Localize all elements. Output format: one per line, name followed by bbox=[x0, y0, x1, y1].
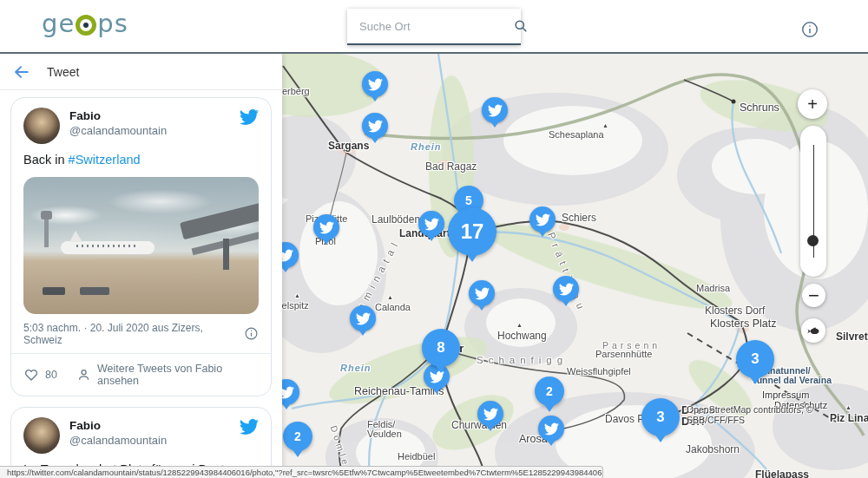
cluster-marker[interactable]: 2 bbox=[535, 377, 564, 406]
search-icon[interactable] bbox=[512, 17, 529, 35]
more-tweets-link[interactable]: Weitere Tweets von Fabio ansehen bbox=[76, 363, 259, 387]
cluster-marker[interactable]: 3 bbox=[641, 398, 680, 436]
map-label: Jakobshorn bbox=[686, 443, 740, 455]
map-label: Calanda bbox=[375, 302, 411, 312]
logo-o-dot bbox=[83, 23, 89, 28]
panel-title: Tweet bbox=[47, 65, 79, 79]
map-label: Klosters Dorf bbox=[705, 304, 765, 317]
logo-text-left: ge bbox=[42, 11, 75, 36]
search-input[interactable] bbox=[359, 20, 512, 33]
tweet-map-marker[interactable] bbox=[418, 211, 444, 237]
twitter-bird-icon bbox=[356, 311, 371, 326]
back-arrow-icon bbox=[12, 62, 31, 82]
like-count: 80 bbox=[45, 369, 57, 381]
tweet-card-1[interactable]: Fabio @calandamountain Back in #Switzerl… bbox=[10, 97, 272, 396]
map-copyright: OpenStreetMap contributors, © SBB/CFF/FF… bbox=[687, 404, 868, 425]
map-label: Schiers bbox=[562, 212, 596, 224]
avatar[interactable] bbox=[23, 417, 60, 454]
geops-logo[interactable]: ge ps bbox=[42, 11, 128, 36]
tweet-header: Fabio @calandamountain bbox=[23, 417, 259, 454]
tweet-map-marker[interactable] bbox=[362, 113, 388, 139]
cluster-marker[interactable]: 8 bbox=[422, 329, 460, 367]
tweet-author: Fabio @calandamountain bbox=[69, 108, 240, 138]
info-icon bbox=[800, 20, 819, 39]
tweet-list: Fabio @calandamountain Back in #Switzerl… bbox=[0, 90, 282, 478]
twitter-bird-icon bbox=[536, 213, 550, 227]
back-button[interactable] bbox=[12, 62, 31, 82]
map-label: Klosters Platz bbox=[710, 318, 776, 330]
map-label: Rhein bbox=[411, 141, 442, 152]
cluster-count: 17 bbox=[461, 219, 484, 244]
map-label: ▲ bbox=[602, 122, 608, 128]
tweet-actions: 80 Weitere Tweets von Fabio ansehen bbox=[23, 354, 259, 387]
logo-text-right: ps bbox=[97, 11, 128, 36]
map-label: Madrisa bbox=[696, 283, 730, 293]
map-label: ▲ bbox=[387, 294, 393, 300]
cluster-count: 3 bbox=[656, 409, 664, 426]
impressum-link[interactable]: Impressum bbox=[762, 390, 809, 400]
cluster-marker[interactable]: 17 bbox=[448, 207, 496, 256]
twitter-bird-icon bbox=[483, 407, 498, 422]
tweet-author-name[interactable]: Fabio bbox=[69, 419, 240, 434]
tweet-photo-airport[interactable] bbox=[23, 177, 259, 314]
tweet-map-marker[interactable] bbox=[313, 214, 339, 240]
tweet-info-button[interactable] bbox=[244, 326, 259, 341]
tweet-text-plain: Back in bbox=[23, 153, 69, 167]
tweet-map-marker[interactable] bbox=[362, 71, 388, 97]
map-label: Heidbüel bbox=[398, 451, 435, 462]
tweet-author: Fabio @calandamountain bbox=[69, 417, 240, 448]
twitter-bird-icon bbox=[488, 103, 503, 118]
twitter-bird-icon bbox=[319, 220, 334, 235]
zoom-in-button[interactable]: + bbox=[798, 89, 827, 119]
hashtag-link[interactable]: #Switzerland bbox=[69, 153, 141, 167]
map-label: Bad Ragaz bbox=[425, 160, 477, 173]
map-label: ▲ bbox=[294, 292, 300, 298]
twitter-bird-icon bbox=[368, 77, 383, 92]
zoom-slider-thumb[interactable] bbox=[807, 235, 819, 246]
map-label: Rhein bbox=[340, 363, 372, 373]
map-label: Hochwang bbox=[497, 330, 547, 342]
sidebar-header: Tweet bbox=[0, 54, 282, 90]
twitter-bird-icon[interactable] bbox=[240, 108, 259, 127]
jet-bridge-shape bbox=[180, 203, 259, 240]
zoom-slider[interactable] bbox=[800, 126, 826, 277]
fish-layer-button[interactable] bbox=[801, 318, 825, 343]
map-label: Silvretta bbox=[836, 331, 868, 343]
avatar[interactable] bbox=[23, 108, 60, 144]
cluster-count: 8 bbox=[437, 339, 444, 357]
tweet-map-marker[interactable] bbox=[553, 276, 579, 302]
tweet-map-marker[interactable] bbox=[469, 280, 495, 306]
tweet-sidebar: Tweet Fabio @calandamountain Back in #Sw… bbox=[0, 54, 282, 478]
person-icon bbox=[76, 367, 91, 383]
tweet-author-handle[interactable]: @calandamountain bbox=[69, 124, 240, 138]
cluster-count: 2 bbox=[294, 429, 301, 443]
more-tweets-label: Weitere Tweets von Fabio ansehen bbox=[97, 363, 259, 387]
info-button[interactable] bbox=[800, 20, 819, 39]
search-box[interactable] bbox=[347, 9, 521, 45]
map-label: Veulden bbox=[367, 429, 402, 439]
map-label: Schesaplana bbox=[549, 129, 604, 140]
tweet-meta-row: 5:03 nachm. · 20. Juli 2020 aus Zizers, … bbox=[23, 314, 259, 353]
cluster-count: 5 bbox=[465, 193, 472, 207]
tweet-author-handle[interactable]: @calandamountain bbox=[69, 434, 240, 448]
tweet-map-marker[interactable] bbox=[529, 206, 556, 232]
tweet-header: Fabio @calandamountain bbox=[23, 108, 259, 144]
map-label: Tunnel dal Veraina bbox=[752, 375, 832, 385]
twitter-bird-icon[interactable] bbox=[240, 417, 259, 436]
tweet-author-name[interactable]: Fabio bbox=[69, 109, 240, 124]
cluster-marker[interactable]: 2 bbox=[283, 422, 312, 451]
zoom-out-button[interactable]: − bbox=[802, 284, 825, 307]
twitter-bird-icon bbox=[544, 422, 559, 436]
map-label: Schruns bbox=[740, 101, 779, 114]
cluster-marker[interactable]: 3 bbox=[736, 340, 774, 378]
status-url: https://twitter.com/calandamountain/stat… bbox=[7, 468, 603, 477]
ground-vehicle-shape bbox=[80, 287, 109, 295]
app-header: ge ps bbox=[0, 0, 868, 54]
tweet-map-marker[interactable] bbox=[350, 305, 376, 331]
tweet-map-marker[interactable] bbox=[477, 401, 503, 427]
tweet-map-marker[interactable] bbox=[482, 97, 508, 123]
like-button[interactable]: 80 bbox=[23, 367, 57, 383]
geops-app: FlumserbergSargansRheinBad RagazSchrunsS… bbox=[0, 0, 868, 478]
twitter-bird-icon bbox=[475, 286, 490, 301]
twitter-bird-icon bbox=[424, 217, 439, 232]
